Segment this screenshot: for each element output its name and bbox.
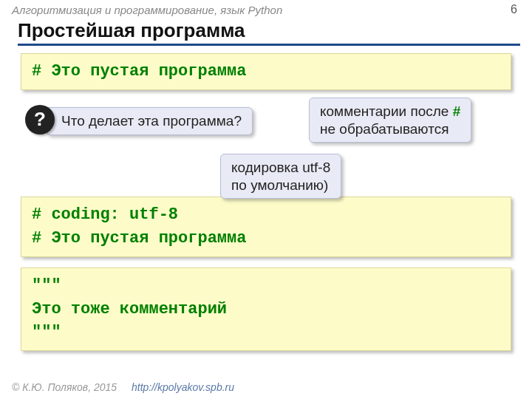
question-icon: ? <box>25 105 55 134</box>
callout-text: по умолчанию) <box>231 177 328 193</box>
callout-text: не обрабатываются <box>320 121 449 137</box>
page-title: Простейшая программа <box>18 19 520 46</box>
callout-text: кодировка utf-8 <box>231 160 330 175</box>
callout-comments: комментарии после # не обрабатываются <box>309 98 471 143</box>
code-line: # Это пустая программа <box>32 62 246 81</box>
code-block-3: """ Это тоже комментарий """ <box>21 267 511 352</box>
copyright: © К.Ю. Поляков, 2015 <box>12 381 117 393</box>
code-line: """ <box>32 274 500 298</box>
code-block-2: # coding: utf-8 # Это пустая программа <box>21 197 511 257</box>
content: # Это пустая программа ? Что делает эта … <box>0 46 532 351</box>
footer-url: http://kpolyakov.spb.ru <box>132 381 234 393</box>
code-line: Это тоже комментарий <box>32 298 500 321</box>
callout-encoding: кодировка utf-8 по умолчанию) <box>220 154 341 200</box>
callout-text: комментарии после <box>320 103 453 119</box>
code-line: # coding: utf-8 <box>32 203 500 227</box>
header: Алгоритмизация и программирование, язык … <box>0 0 532 18</box>
code-line: # Это пустая программа <box>32 227 500 250</box>
callout-row: ? Что делает эта программа? комментарии … <box>21 100 511 197</box>
code-block-1: # Это пустая программа <box>21 53 511 90</box>
course-title: Алгоритмизация и программирование, язык … <box>12 4 282 16</box>
callout-question: Что делает эта программа? <box>46 107 253 135</box>
page-number: 6 <box>511 3 517 16</box>
hash-symbol: # <box>453 103 461 119</box>
footer: © К.Ю. Поляков, 2015 http://kpolyakov.sp… <box>12 381 234 393</box>
code-line: """ <box>32 321 500 344</box>
